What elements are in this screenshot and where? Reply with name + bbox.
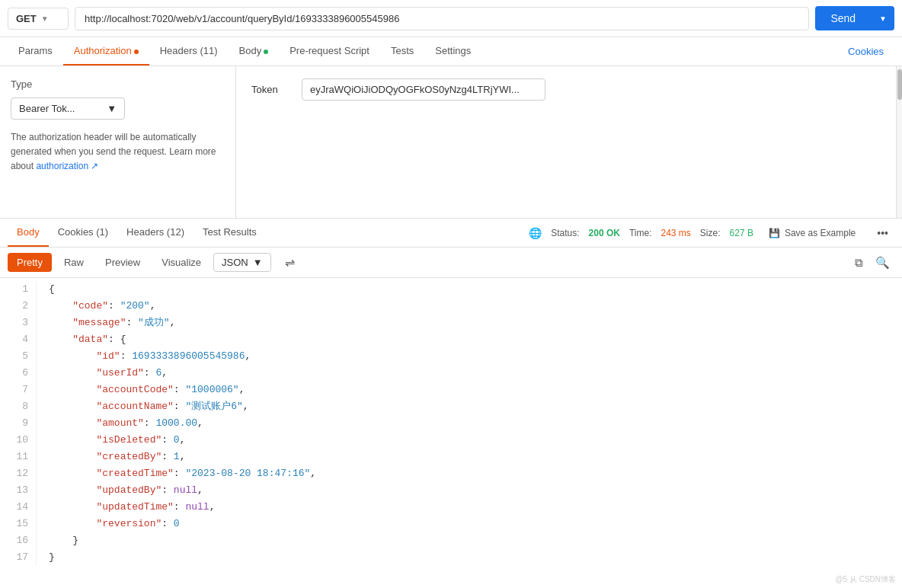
code-area: 1234567891011121314151617 { "code": "200… [0, 278, 902, 569]
token-label: Token [251, 84, 289, 95]
line-number: 6 [8, 365, 28, 382]
body-dot [264, 50, 268, 54]
code-line: } [49, 549, 890, 566]
format-tab-raw[interactable]: Raw [55, 253, 93, 272]
auth-left-panel: Type Bearer Tok... ▼ The authorization h… [0, 66, 236, 218]
watermark: @5 从 CSDN博客 [835, 574, 896, 585]
json-format-label: JSON [222, 257, 248, 268]
code-line: "reversion": 0 [49, 516, 890, 532]
token-row: Token [251, 78, 881, 101]
code-line: "code": "200", [49, 298, 890, 315]
token-input[interactable] [302, 78, 545, 101]
send-label: Send [815, 6, 871, 30]
json-format-select[interactable]: JSON ▼ [213, 253, 271, 272]
send-arrow-icon[interactable]: ▼ [872, 8, 894, 29]
cookies-link[interactable]: Cookies [837, 38, 894, 65]
code-line: "amount": 1000.00, [49, 415, 890, 432]
format-tab-preview[interactable]: Preview [96, 253, 149, 272]
code-line: "createdBy": 1, [49, 449, 890, 465]
more-options-icon[interactable]: ••• [871, 224, 894, 242]
auth-learn-link[interactable]: authorization ↗ [36, 161, 98, 171]
url-bar: GET ▼ Send ▼ [0, 0, 902, 37]
line-number: 4 [8, 331, 28, 348]
url-input[interactable] [75, 7, 809, 30]
bearer-label: Bearer Tok... [19, 103, 75, 114]
status-value: 200 OK [589, 228, 620, 238]
response-tabs-row: Body Cookies (1) Headers (12) Test Resul… [0, 219, 902, 248]
auth-right-panel: Token [236, 66, 896, 218]
code-line: "accountCode": "1000006", [49, 382, 890, 398]
size-label: Size: [700, 228, 721, 238]
tab-body[interactable]: Body [229, 37, 280, 66]
line-number: 17 [8, 549, 28, 566]
auth-description: The authorization header will be automat… [11, 130, 225, 174]
line-number: 12 [8, 465, 28, 482]
code-line: "data": { [49, 331, 890, 348]
tab-authorization[interactable]: Authorization [63, 37, 149, 66]
code-line: "accountName": "测试账户6", [49, 398, 890, 415]
right-scrollbar[interactable] [896, 66, 902, 218]
method-label: GET [16, 13, 37, 24]
scrollbar-thumb [897, 69, 902, 100]
tab-headers[interactable]: Headers (11) [149, 37, 229, 66]
auth-area: Type Bearer Tok... ▼ The authorization h… [0, 66, 902, 219]
json-chevron-icon: ▼ [253, 257, 263, 268]
format-tab-pretty[interactable]: Pretty [8, 253, 52, 272]
code-line: } [49, 532, 890, 549]
code-line: "isDeleted": 0, [49, 432, 890, 449]
response-tab-test-results[interactable]: Test Results [194, 219, 266, 247]
line-number: 1 [8, 281, 28, 298]
line-number: 13 [8, 482, 28, 499]
status-label: Status: [551, 228, 579, 238]
line-number: 16 [8, 532, 28, 549]
time-value: 243 ms [661, 228, 690, 238]
line-number: 11 [8, 449, 28, 465]
response-meta: 🌐 Status: 200 OK Time: 243 ms Size: 627 … [529, 224, 894, 242]
tab-settings[interactable]: Settings [424, 37, 481, 66]
method-chevron-icon: ▼ [41, 14, 49, 23]
method-select[interactable]: GET ▼ [8, 8, 69, 30]
line-number: 3 [8, 315, 28, 331]
tab-params[interactable]: Params [8, 37, 63, 66]
response-area: Body Cookies (1) Headers (12) Test Resul… [0, 219, 902, 569]
send-button-group[interactable]: Send ▼ [815, 6, 894, 30]
bearer-type-select[interactable]: Bearer Tok... ▼ [11, 97, 125, 120]
line-number: 15 [8, 516, 28, 532]
response-tab-headers[interactable]: Headers (12) [117, 219, 194, 247]
response-tab-cookies[interactable]: Cookies (1) [49, 219, 117, 247]
size-value: 627 B [730, 228, 753, 238]
tab-pre-request[interactable]: Pre-request Script [279, 37, 380, 66]
line-number: 7 [8, 382, 28, 398]
copy-button[interactable]: ⧉ [850, 253, 868, 273]
line-number: 5 [8, 348, 28, 365]
search-button[interactable]: 🔍 [871, 253, 894, 273]
response-tab-body[interactable]: Body [8, 219, 49, 247]
time-label: Time: [629, 228, 652, 238]
line-number: 2 [8, 298, 28, 315]
wrap-lines-icon[interactable]: ⇌ [280, 252, 299, 273]
line-number: 14 [8, 499, 28, 516]
save-icon: 💾 [769, 228, 780, 238]
code-line: "updatedBy": null, [49, 482, 890, 499]
globe-icon: 🌐 [529, 227, 542, 239]
code-line: "message": "成功", [49, 315, 890, 331]
code-content: { "code": "200", "message": "成功", "data"… [37, 281, 902, 566]
code-line: "updatedTime": null, [49, 499, 890, 516]
code-line: "userId": 6, [49, 365, 890, 382]
line-number: 9 [8, 415, 28, 432]
line-numbers: 1234567891011121314151617 [0, 281, 37, 566]
tab-tests[interactable]: Tests [380, 37, 424, 66]
request-tabs: Params Authorization Headers (11) Body P… [0, 37, 902, 66]
save-example-button[interactable]: 💾 Save as Example [763, 225, 862, 241]
line-number: 8 [8, 398, 28, 415]
line-number: 10 [8, 432, 28, 449]
type-label: Type [11, 78, 225, 90]
bearer-chevron-icon: ▼ [107, 103, 117, 114]
code-line: "createdTime": "2023-08-20 18:47:16", [49, 465, 890, 482]
format-tab-visualize[interactable]: Visualize [152, 253, 210, 272]
authorization-dot [134, 50, 139, 54]
code-line: { [49, 281, 890, 298]
code-line: "id": 1693333896005545986, [49, 348, 890, 365]
format-icons-right: ⧉ 🔍 [850, 253, 894, 273]
format-tabs-row: Pretty Raw Preview Visualize JSON ▼ ⇌ ⧉ … [0, 248, 902, 278]
